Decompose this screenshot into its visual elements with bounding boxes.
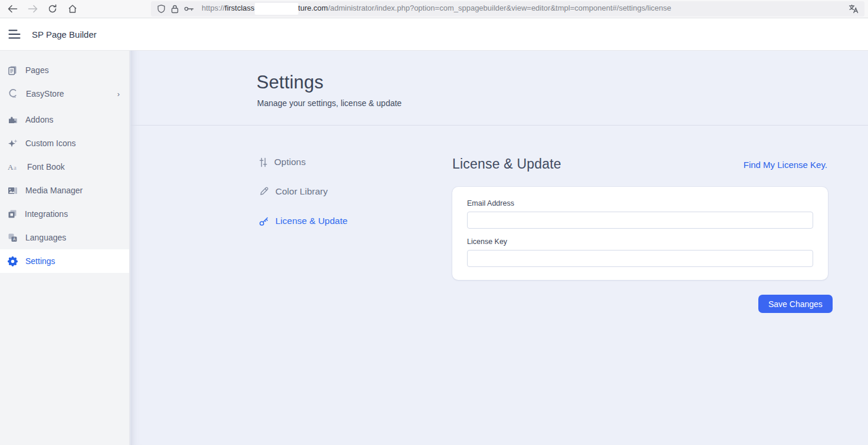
email-label: Email Address xyxy=(467,199,813,207)
page-title: Settings xyxy=(257,72,324,93)
main-content: Settings Manage your settings, license &… xyxy=(130,51,868,445)
home-icon[interactable] xyxy=(64,1,81,17)
sidebar-item-integrations[interactable]: Integrations xyxy=(0,202,129,226)
color-brush-icon xyxy=(259,187,269,197)
sidebar-item-languages[interactable]: A Languages xyxy=(0,226,129,249)
lock-icon[interactable] xyxy=(171,5,179,14)
svg-text:A: A xyxy=(8,163,14,172)
custom-icons-icon xyxy=(8,139,18,149)
translate-icon[interactable] xyxy=(849,4,859,14)
sidebar-item-easystore[interactable]: EasyStore › xyxy=(0,82,129,106)
save-changes-button[interactable]: Save Changes xyxy=(758,295,833,313)
url-bar[interactable]: https://firstclassture.com/administrator… xyxy=(151,1,864,17)
sidebar-item-custom-icons[interactable]: Custom Icons xyxy=(0,131,129,155)
settings-nav: Options Color Library License & Update xyxy=(259,147,347,236)
nav-item-options[interactable]: Options xyxy=(259,147,347,177)
refresh-icon[interactable] xyxy=(44,1,61,17)
sidebar-item-media-manager[interactable]: Media Manager xyxy=(0,179,129,202)
license-key-label: License Key xyxy=(467,238,813,246)
sidebar-item-settings[interactable]: Settings xyxy=(0,249,129,273)
app-title: SP Page Builder xyxy=(32,29,97,39)
languages-icon: A xyxy=(8,233,18,242)
options-sliders-icon xyxy=(259,157,268,167)
easystore-icon xyxy=(8,89,18,98)
addons-icon xyxy=(8,115,18,124)
header-divider xyxy=(130,125,868,126)
license-form-card: Email Address License Key xyxy=(452,187,828,280)
pages-icon xyxy=(8,65,18,75)
sidebar: Pages EasyStore › Addons Custom Icons Aa… xyxy=(0,51,130,445)
sidebar-item-font-book[interactable]: Aa Font Book xyxy=(0,155,129,179)
app-header: SP Page Builder xyxy=(0,18,868,51)
url-path: /administrator/index.php?option=com_sppa… xyxy=(328,4,671,12)
find-license-key-link[interactable]: Find My License Key. xyxy=(744,160,827,170)
shield-icon[interactable] xyxy=(157,4,166,14)
url-host-prefix: firstclass xyxy=(225,4,255,12)
key-icon[interactable] xyxy=(184,5,194,12)
url-text: https://firstclassture.com/administrator… xyxy=(202,3,671,15)
integrations-icon xyxy=(8,209,17,219)
browser-toolbar: https://firstclassture.com/administrator… xyxy=(0,0,868,18)
sidebar-item-addons[interactable]: Addons xyxy=(0,108,129,131)
license-key-icon xyxy=(259,216,269,226)
back-icon[interactable] xyxy=(4,1,21,17)
nav-item-license-update[interactable]: License & Update xyxy=(259,206,347,236)
chevron-right-icon: › xyxy=(117,90,120,98)
settings-gear-icon xyxy=(8,256,18,266)
sidebar-item-pages[interactable]: Pages xyxy=(0,58,129,82)
font-book-icon: Aa xyxy=(8,163,19,172)
url-host-suffix: ture.com xyxy=(298,4,328,12)
nav-item-color-library[interactable]: Color Library xyxy=(259,177,347,206)
url-redaction xyxy=(255,3,298,15)
url-scheme: https:// xyxy=(202,4,225,12)
license-key-field[interactable] xyxy=(467,250,813,267)
svg-text:A: A xyxy=(13,237,16,241)
section-heading: License & Update xyxy=(452,156,561,172)
media-manager-icon xyxy=(8,186,18,195)
menu-toggle-icon[interactable] xyxy=(6,26,22,42)
forward-icon[interactable] xyxy=(24,1,41,17)
email-field[interactable] xyxy=(467,212,813,229)
page-subtitle: Manage your settings, license & update xyxy=(257,98,402,108)
svg-text:a: a xyxy=(14,164,17,171)
